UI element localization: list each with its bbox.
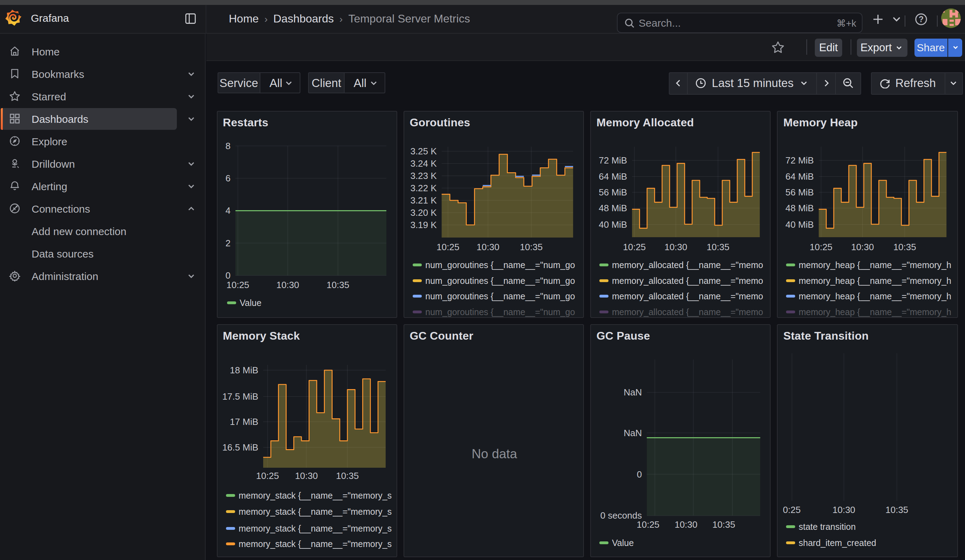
- svg-text:10:30: 10:30: [276, 280, 299, 290]
- svg-text:memory_allocated {__name__="me: memory_allocated {__name__="memo: [612, 291, 763, 301]
- svg-text:10:35: 10:35: [520, 242, 543, 252]
- svg-text:memory_allocated {__name__="me: memory_allocated {__name__="memo: [612, 276, 763, 286]
- svg-text:3.24 K: 3.24 K: [410, 158, 437, 169]
- svg-text:10:30: 10:30: [833, 504, 855, 515]
- svg-text:memory_stack {__name__="memory: memory_stack {__name__="memory_s: [238, 507, 391, 516]
- svg-text:8: 8: [225, 141, 230, 151]
- svg-text:17 MiB: 17 MiB: [229, 416, 258, 427]
- svg-text:NaN: NaN: [623, 428, 642, 438]
- svg-text:10:30: 10:30: [851, 242, 874, 252]
- svg-text:0: 0: [225, 270, 230, 281]
- svg-text:2: 2: [225, 238, 230, 248]
- svg-text:4: 4: [225, 205, 230, 216]
- svg-text:3.21 K: 3.21 K: [410, 195, 437, 206]
- svg-text:0:25: 0:25: [783, 504, 801, 515]
- svg-text:memory_allocated {__name__="me: memory_allocated {__name__="memo: [612, 307, 763, 317]
- svg-text:40 MiB: 40 MiB: [785, 219, 814, 230]
- svg-text:memory_stack {__name__="memory: memory_stack {__name__="memory_s: [238, 491, 391, 500]
- svg-text:72 MiB: 72 MiB: [785, 155, 814, 166]
- svg-text:memory_heap {__name__="memory_: memory_heap {__name__="memory_h: [799, 307, 951, 317]
- svg-text:48 MiB: 48 MiB: [785, 203, 814, 213]
- svg-text:10:25: 10:25: [810, 242, 833, 252]
- svg-text:Value: Value: [612, 538, 634, 548]
- svg-text:10:35: 10:35: [335, 470, 358, 481]
- svg-text:10:35: 10:35: [712, 519, 735, 530]
- svg-text:memory_stack {__name__="memory: memory_stack {__name__="memory_s: [238, 539, 391, 549]
- svg-text:3.19 K: 3.19 K: [410, 220, 437, 230]
- svg-text:10:35: 10:35: [326, 280, 349, 290]
- svg-text:3.23 K: 3.23 K: [410, 171, 437, 181]
- svg-text:10:35: 10:35: [707, 242, 729, 252]
- svg-text:64 MiB: 64 MiB: [599, 171, 627, 182]
- svg-text:num_goroutines {__name__="num_: num_goroutines {__name__="num_go: [425, 307, 575, 317]
- svg-text:72 MiB: 72 MiB: [599, 155, 627, 166]
- svg-text:6: 6: [225, 173, 230, 183]
- svg-text:3.25 K: 3.25 K: [410, 146, 437, 157]
- svg-text:10:25: 10:25: [226, 280, 249, 290]
- svg-text:3.22 K: 3.22 K: [410, 183, 437, 193]
- svg-text:memory_heap {__name__="memory_: memory_heap {__name__="memory_h: [799, 276, 951, 286]
- svg-text:memory_stack {__name__="memory: memory_stack {__name__="memory_s: [238, 524, 391, 533]
- svg-text:17.5 MiB: 17.5 MiB: [222, 391, 258, 402]
- svg-text:memory_allocated {__name__="me: memory_allocated {__name__="memo: [612, 260, 763, 270]
- svg-text:NaN: NaN: [623, 387, 642, 398]
- svg-text:memory_heap {__name__="memory_: memory_heap {__name__="memory_h: [799, 291, 951, 301]
- svg-text:10:30: 10:30: [674, 519, 697, 530]
- svg-text:18 MiB: 18 MiB: [229, 365, 258, 376]
- svg-text:10:30: 10:30: [664, 242, 687, 252]
- svg-text:16.5 MiB: 16.5 MiB: [222, 442, 258, 452]
- svg-text:48 MiB: 48 MiB: [599, 203, 627, 213]
- svg-text:0: 0: [637, 469, 642, 480]
- svg-text:10:35: 10:35: [893, 242, 916, 252]
- svg-text:10:25: 10:25: [256, 470, 279, 481]
- svg-text:56 MiB: 56 MiB: [599, 187, 627, 198]
- svg-text:0 seconds: 0 seconds: [600, 510, 642, 521]
- svg-text:10:25: 10:25: [623, 242, 646, 252]
- svg-text:64 MiB: 64 MiB: [785, 171, 814, 182]
- svg-text:?: ?: [919, 15, 924, 24]
- svg-text:40 MiB: 40 MiB: [599, 219, 627, 230]
- svg-text:56 MiB: 56 MiB: [785, 187, 814, 198]
- svg-text:num_goroutines {__name__="num_: num_goroutines {__name__="num_go: [425, 291, 575, 301]
- svg-text:10:30: 10:30: [295, 470, 317, 481]
- svg-text:state transition: state transition: [799, 522, 856, 532]
- svg-text:10:25: 10:25: [636, 519, 659, 530]
- svg-text:Value: Value: [239, 298, 261, 308]
- svg-text:10:30: 10:30: [476, 242, 499, 252]
- svg-text:10:25: 10:25: [436, 242, 459, 252]
- svg-text:3.20 K: 3.20 K: [410, 207, 437, 218]
- svg-text:memory_heap {__name__="memory_: memory_heap {__name__="memory_h: [799, 260, 951, 270]
- svg-text:10:35: 10:35: [885, 504, 908, 515]
- svg-text:num_goroutines {__name__="num_: num_goroutines {__name__="num_go: [425, 260, 575, 270]
- svg-text:shard_item_created: shard_item_created: [799, 538, 876, 548]
- svg-text:num_goroutines {__name__="num_: num_goroutines {__name__="num_go: [425, 276, 575, 286]
